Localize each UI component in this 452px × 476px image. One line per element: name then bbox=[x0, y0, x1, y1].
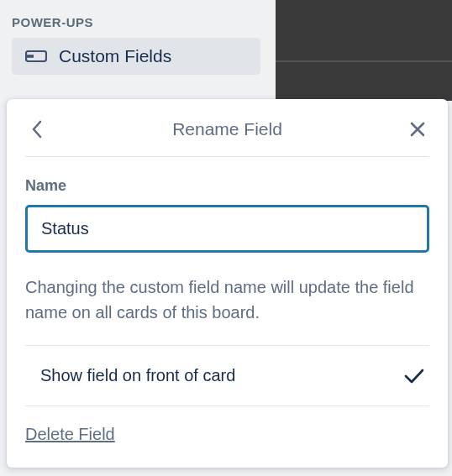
modal-title: Rename Field bbox=[172, 119, 282, 139]
custom-fields-icon bbox=[25, 48, 47, 65]
powerups-header: POWER-UPS bbox=[12, 15, 265, 29]
delete-field-link[interactable]: Delete Field bbox=[25, 425, 115, 444]
name-label: Name bbox=[25, 177, 429, 195]
custom-fields-label: Custom Fields bbox=[59, 46, 171, 66]
modal-body: Name Changing the custom field name will… bbox=[25, 157, 429, 444]
board-background-divider bbox=[276, 60, 452, 62]
chevron-left-icon bbox=[31, 120, 43, 139]
close-icon bbox=[409, 121, 426, 138]
powerups-section: POWER-UPS Custom Fields bbox=[0, 0, 277, 75]
board-background bbox=[276, 0, 452, 101]
svg-rect-1 bbox=[26, 55, 34, 58]
show-on-front-toggle[interactable]: Show field on front of card bbox=[25, 346, 429, 406]
help-text: Changing the custom field name will upda… bbox=[25, 275, 429, 346]
close-button[interactable] bbox=[406, 118, 429, 141]
back-button[interactable] bbox=[25, 118, 49, 141]
modal-header: Rename Field bbox=[25, 112, 429, 157]
check-icon bbox=[404, 369, 424, 384]
custom-fields-button[interactable]: Custom Fields bbox=[12, 38, 260, 75]
rename-field-modal: Rename Field Name Changing the custom fi… bbox=[7, 99, 448, 468]
show-on-front-label: Show field on front of card bbox=[40, 366, 235, 385]
name-input[interactable] bbox=[25, 205, 429, 253]
